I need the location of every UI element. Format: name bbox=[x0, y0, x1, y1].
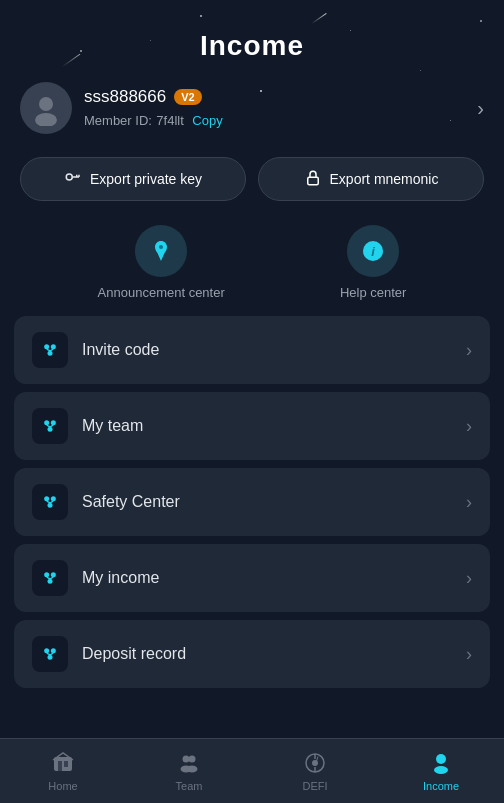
svg-point-32 bbox=[48, 655, 53, 660]
my-team-item[interactable]: My team › bbox=[14, 392, 490, 460]
safety-center-label: Safety Center bbox=[82, 493, 180, 511]
my-team-label: My team bbox=[82, 417, 143, 435]
announcement-icon-circle bbox=[135, 225, 187, 277]
svg-point-12 bbox=[48, 351, 53, 356]
profile-info: sss888666 V2 Member ID: 7f4llt Copy bbox=[84, 87, 223, 129]
svg-point-10 bbox=[44, 344, 49, 349]
lock-icon bbox=[304, 169, 322, 190]
page-header: Income bbox=[0, 0, 504, 72]
svg-point-48 bbox=[434, 766, 448, 774]
copy-button[interactable]: Copy bbox=[192, 113, 222, 128]
svg-point-2 bbox=[66, 174, 72, 180]
my-income-item[interactable]: My income › bbox=[14, 544, 490, 612]
svg-line-28 bbox=[47, 577, 50, 579]
nav-income[interactable]: Income bbox=[378, 742, 504, 800]
export-private-key-label: Export private key bbox=[90, 171, 202, 187]
svg-point-0 bbox=[39, 97, 53, 111]
svg-point-30 bbox=[44, 648, 49, 653]
page-title: Income bbox=[20, 30, 484, 62]
profile-section: sss888666 V2 Member ID: 7f4llt Copy › bbox=[0, 72, 504, 149]
safety-center-item[interactable]: Safety Center › bbox=[14, 468, 490, 536]
v2-badge: V2 bbox=[174, 89, 201, 105]
safety-center-icon-box bbox=[32, 484, 68, 520]
svg-point-11 bbox=[51, 344, 56, 349]
svg-line-34 bbox=[50, 653, 53, 655]
svg-point-31 bbox=[51, 648, 56, 653]
member-id-value: 7f4llt bbox=[156, 113, 183, 128]
menu-list: Invite code › My team › bbox=[0, 316, 504, 688]
svg-rect-35 bbox=[54, 757, 72, 771]
nav-defi-label: DEFI bbox=[302, 780, 327, 792]
svg-line-14 bbox=[50, 349, 53, 351]
announcement-center-label: Announcement center bbox=[98, 285, 225, 300]
svg-line-33 bbox=[47, 653, 50, 655]
help-icon-circle: i bbox=[347, 225, 399, 277]
svg-point-16 bbox=[51, 420, 56, 425]
nav-team-label: Team bbox=[176, 780, 203, 792]
my-team-icon-box bbox=[32, 408, 68, 444]
home-icon bbox=[50, 750, 76, 776]
my-income-label: My income bbox=[82, 569, 159, 587]
nav-defi[interactable]: DEFI bbox=[252, 742, 378, 800]
nav-home[interactable]: Home bbox=[0, 742, 126, 800]
center-icons-section: Announcement center i Help center bbox=[0, 217, 504, 316]
invite-code-item[interactable]: Invite code › bbox=[14, 316, 490, 384]
svg-rect-6 bbox=[307, 177, 318, 185]
svg-rect-37 bbox=[64, 761, 68, 767]
svg-text:i: i bbox=[371, 244, 375, 259]
svg-line-13 bbox=[47, 349, 50, 351]
export-mnemonic-button[interactable]: Export mnemonic bbox=[258, 157, 484, 201]
svg-point-26 bbox=[51, 572, 56, 577]
svg-rect-36 bbox=[58, 761, 62, 771]
team-icon bbox=[176, 750, 202, 776]
svg-point-15 bbox=[44, 420, 49, 425]
invite-code-icon-box bbox=[32, 332, 68, 368]
help-center-item[interactable]: i Help center bbox=[340, 225, 406, 300]
member-id-label: Member ID: bbox=[84, 113, 152, 128]
svg-point-47 bbox=[436, 754, 446, 764]
svg-line-18 bbox=[47, 425, 50, 427]
nav-income-label: Income bbox=[423, 780, 459, 792]
nav-team[interactable]: Team bbox=[126, 742, 252, 800]
avatar bbox=[20, 82, 72, 134]
announcement-center-item[interactable]: Announcement center bbox=[98, 225, 225, 300]
export-mnemonic-label: Export mnemonic bbox=[330, 171, 439, 187]
deposit-record-label: Deposit record bbox=[82, 645, 186, 663]
invite-code-label: Invite code bbox=[82, 341, 159, 359]
invite-code-chevron-icon: › bbox=[466, 340, 472, 361]
export-private-key-button[interactable]: Export private key bbox=[20, 157, 246, 201]
svg-point-22 bbox=[48, 503, 53, 508]
defi-icon bbox=[302, 750, 328, 776]
svg-line-19 bbox=[50, 425, 53, 427]
svg-point-20 bbox=[44, 496, 49, 501]
member-id-row: Member ID: 7f4llt Copy bbox=[84, 111, 223, 129]
profile-name-row: sss888666 V2 bbox=[84, 87, 223, 107]
svg-point-17 bbox=[48, 427, 53, 432]
nav-home-label: Home bbox=[48, 780, 77, 792]
svg-point-7 bbox=[159, 245, 163, 249]
svg-line-29 bbox=[50, 577, 53, 579]
deposit-record-chevron-icon: › bbox=[466, 644, 472, 665]
bottom-navigation: Home Team DEFI bbox=[0, 738, 504, 803]
profile-chevron-icon[interactable]: › bbox=[477, 97, 484, 120]
svg-point-21 bbox=[51, 496, 56, 501]
svg-point-1 bbox=[35, 113, 57, 126]
svg-line-46 bbox=[317, 757, 319, 762]
profile-username: sss888666 bbox=[84, 87, 166, 107]
svg-point-41 bbox=[187, 766, 198, 773]
export-section: Export private key Export mnemonic bbox=[0, 149, 504, 217]
svg-line-23 bbox=[47, 501, 50, 503]
svg-point-38 bbox=[183, 756, 190, 763]
my-team-chevron-icon: › bbox=[466, 416, 472, 437]
deposit-record-item[interactable]: Deposit record › bbox=[14, 620, 490, 688]
help-center-label: Help center bbox=[340, 285, 406, 300]
safety-center-chevron-icon: › bbox=[466, 492, 472, 513]
my-income-chevron-icon: › bbox=[466, 568, 472, 589]
main-content: Income sss888666 V2 Member ID: 7f4llt Co… bbox=[0, 0, 504, 738]
my-income-icon-box bbox=[32, 560, 68, 596]
svg-point-25 bbox=[44, 572, 49, 577]
deposit-record-icon-box bbox=[32, 636, 68, 672]
profile-left: sss888666 V2 Member ID: 7f4llt Copy bbox=[20, 82, 223, 134]
svg-point-39 bbox=[189, 756, 196, 763]
svg-point-27 bbox=[48, 579, 53, 584]
